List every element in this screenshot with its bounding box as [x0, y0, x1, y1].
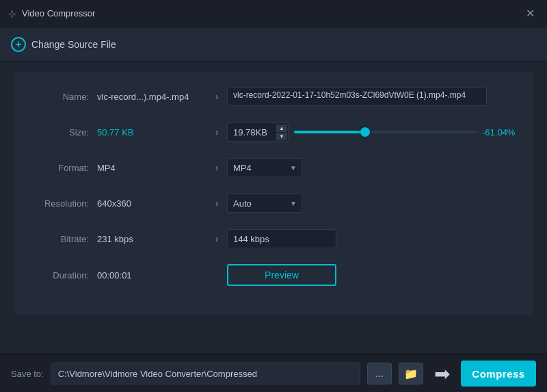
size-spin-buttons: ▲ ▼	[276, 125, 287, 140]
name-label: Name:	[27, 92, 89, 102]
compress-button[interactable]: Compress	[461, 361, 536, 387]
preview-button[interactable]: Preview	[227, 264, 336, 286]
duration-control-area: Preview	[227, 264, 520, 286]
slider-thumb[interactable]	[360, 127, 370, 137]
name-output: vlc-record-2022-01-17-10h52m03s-ZCl69dVt…	[227, 87, 487, 106]
duration-row: Duration: 00:00:01 Preview	[27, 264, 520, 286]
name-arrow-icon: ›	[206, 91, 227, 102]
resolution-row: Resolution: 640x360 › Auto 1920x1080 128…	[27, 193, 520, 213]
bottom-bar: Save to: C:\Vidmore\Vidmore Video Conver…	[0, 354, 547, 392]
size-spin-down[interactable]: ▼	[276, 133, 287, 140]
name-original: vlc-record...).mp4-.mp4	[97, 92, 206, 102]
size-slider-wrap[interactable]	[294, 131, 477, 133]
format-row: Format: MP4 › MP4 MKV AVI MOV WMV ▼	[27, 157, 520, 178]
size-row: Size: 50.77 KB › ▲ ▼ -61.04%	[27, 122, 520, 142]
size-label: Size:	[27, 127, 89, 138]
bitrate-arrow-icon: ›	[206, 233, 227, 244]
resolution-control-area: Auto 1920x1080 1280x720 640x360 480x270 …	[227, 194, 520, 213]
name-output-area: vlc-record-2022-01-17-10h52m03s-ZCl69dVt…	[227, 87, 520, 106]
bitrate-original: 231 kbps	[97, 234, 206, 244]
slider-percent: -61.04%	[482, 127, 520, 138]
format-select[interactable]: MP4 MKV AVI MOV WMV	[227, 158, 302, 177]
close-button[interactable]: ✕	[522, 5, 539, 22]
folder-icon: 📁	[404, 367, 418, 380]
toolbar: + Change Source File	[0, 27, 547, 62]
save-to-label: Save to:	[11, 369, 44, 379]
change-source-label: Change Source File	[31, 39, 116, 50]
size-original: 50.77 KB	[97, 127, 206, 138]
bitrate-row: Bitrate: 231 kbps ›	[27, 228, 520, 249]
size-arrow-icon: ›	[206, 127, 227, 138]
folder-button[interactable]: 📁	[399, 363, 423, 384]
format-control-area: MP4 MKV AVI MOV WMV ▼	[227, 158, 520, 177]
format-label: Format:	[27, 163, 89, 173]
title-bar: ⊹ Video Compressor ✕	[0, 0, 547, 27]
name-row: Name: vlc-record...).mp4-.mp4 › vlc-reco…	[27, 86, 520, 107]
plus-circle-icon: +	[11, 37, 26, 52]
dots-button[interactable]: ...	[367, 363, 392, 384]
slider-track[interactable]	[294, 131, 477, 133]
arrow-right-icon: ➡	[434, 363, 450, 385]
slider-fill	[294, 131, 365, 133]
bitrate-input[interactable]	[227, 229, 336, 248]
resolution-select-wrap: Auto 1920x1080 1280x720 640x360 480x270 …	[227, 194, 302, 213]
duration-label: Duration:	[27, 270, 89, 280]
app-icon: ⊹	[8, 8, 16, 19]
save-to-path: C:\Vidmore\Vidmore Video Converter\Compr…	[51, 363, 360, 384]
size-spin-up[interactable]: ▲	[276, 125, 287, 132]
change-source-button[interactable]: + Change Source File	[11, 37, 116, 52]
resolution-original: 640x360	[97, 198, 206, 209]
duration-original: 00:00:01	[97, 270, 206, 280]
size-control-area: ▲ ▼ -61.04%	[227, 122, 520, 142]
size-input-wrap: ▲ ▼	[227, 122, 289, 142]
title-bar-left: ⊹ Video Compressor	[8, 8, 95, 19]
format-arrow-icon: ›	[206, 162, 227, 173]
resolution-arrow-icon: ›	[206, 198, 227, 209]
window-title: Video Compressor	[22, 8, 95, 18]
resolution-label: Resolution:	[27, 198, 89, 209]
resolution-select[interactable]: Auto 1920x1080 1280x720 640x360 480x270	[227, 194, 302, 213]
format-select-wrap: MP4 MKV AVI MOV WMV ▼	[227, 158, 302, 177]
bitrate-label: Bitrate:	[27, 234, 89, 244]
format-original: MP4	[97, 163, 206, 173]
main-content: Name: vlc-record...).mp4-.mp4 › vlc-reco…	[14, 73, 533, 315]
bitrate-control-area	[227, 229, 520, 248]
